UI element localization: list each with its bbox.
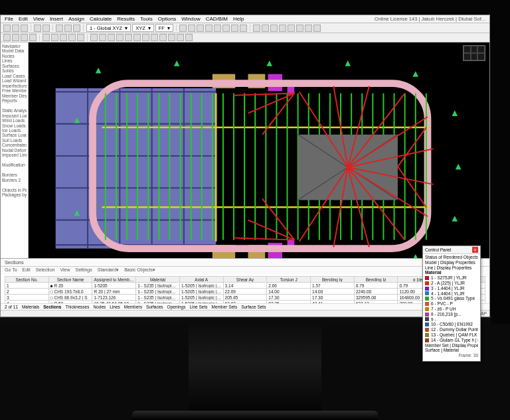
- material-item[interactable]: 4 - 1.4404 | YLJR: [425, 291, 478, 297]
- table-header[interactable]: Material: [136, 277, 180, 283]
- toolbar-btn[interactable]: [270, 25, 278, 32]
- toolbar-btn[interactable]: [3, 34, 11, 41]
- menu-assign[interactable]: Assign: [68, 16, 84, 22]
- menu-cadbim[interactable]: CAD/BIM: [206, 16, 228, 22]
- material-item[interactable]: 2 - A (225) | YLJR: [425, 281, 478, 286]
- tree-item[interactable]: Imposed Line Deformations: [2, 153, 27, 157]
- toolbar-btn[interactable]: [214, 25, 221, 32]
- toolbar-btn[interactable]: [231, 25, 238, 32]
- tree-item[interactable]: Navigator: [2, 44, 27, 48]
- undo-icon[interactable]: [34, 25, 41, 32]
- table-header[interactable]: Shear Ay: [223, 277, 267, 283]
- tree-item[interactable]: Ice Loads: [2, 128, 27, 133]
- toolbar-btn[interactable]: [51, 34, 58, 41]
- tables-combo-standard[interactable]: Standard▾: [98, 267, 119, 274]
- tables-edit[interactable]: Edit: [23, 267, 31, 274]
- toolbar-btn[interactable]: [313, 25, 321, 32]
- ff-combo[interactable]: FF▾: [155, 24, 173, 32]
- menu-results[interactable]: Results: [117, 16, 135, 22]
- toolbar-btn[interactable]: [42, 34, 50, 41]
- toolbar-btn[interactable]: [222, 25, 230, 32]
- menu-calculate[interactable]: Calculate: [90, 16, 112, 22]
- tables-settings[interactable]: Settings: [75, 267, 92, 274]
- table-header[interactable]: Section Name: [48, 277, 92, 283]
- tab-nodes[interactable]: Nodes: [93, 305, 106, 309]
- tree-item[interactable]: Concentrated Loads: [2, 143, 27, 147]
- tab-members[interactable]: Members: [124, 305, 142, 309]
- tree-item[interactable]: Model Data: [2, 48, 27, 53]
- tab-materials[interactable]: Materials: [22, 305, 39, 309]
- tab-thicknesses[interactable]: Thicknesses: [65, 305, 89, 309]
- table-header[interactable]: Section No.: [5, 277, 49, 283]
- tables-combo-basic[interactable]: Basic Objects▾: [124, 267, 155, 274]
- tree-item[interactable]: [2, 168, 27, 173]
- material-item[interactable]: 10 - C50/60 | EN1992: [425, 322, 478, 327]
- toolbar-btn[interactable]: [179, 25, 187, 32]
- menu-window[interactable]: Window: [181, 16, 200, 22]
- toolbar-btn[interactable]: [177, 34, 184, 41]
- cut-icon[interactable]: [56, 25, 63, 32]
- material-item[interactable]: 3 - 1.4404 | YLJR: [425, 286, 478, 291]
- material-item[interactable]: 14 - Glulam GL Type h | EN 1: [425, 338, 478, 343]
- save-icon[interactable]: [21, 25, 28, 32]
- tree-item[interactable]: Surfaces: [2, 64, 27, 68]
- toolbar-btn[interactable]: [240, 25, 247, 32]
- axis-combo[interactable]: XYZ▾: [132, 24, 154, 32]
- menu-file[interactable]: File: [5, 16, 13, 22]
- tree-item[interactable]: Objects in Packag...: [2, 188, 27, 192]
- menu-view[interactable]: View: [33, 16, 44, 22]
- close-icon[interactable]: ×: [472, 247, 478, 253]
- tree-item[interactable]: Lines: [2, 58, 27, 63]
- toolbar-btn[interactable]: [159, 34, 167, 41]
- new-icon[interactable]: [3, 25, 11, 32]
- tab-surfacesets[interactable]: Surface Sets: [241, 305, 266, 309]
- tree-item[interactable]: Nodal Deformations: [2, 148, 27, 153]
- material-item[interactable]: 6 - PVC - P: [425, 301, 478, 307]
- tree-item[interactable]: Imposed Loads: [2, 113, 27, 118]
- toolbar-btn[interactable]: [125, 34, 132, 41]
- toolbar-btn[interactable]: [305, 25, 312, 32]
- tree-item[interactable]: Packages by Mem...: [2, 192, 27, 197]
- redo-icon[interactable]: [42, 25, 50, 32]
- tree-item[interactable]: Solids: [2, 68, 27, 73]
- menu-edit[interactable]: Edit: [19, 16, 28, 22]
- toolbar-btn[interactable]: [90, 34, 98, 41]
- toolbar-btn[interactable]: [151, 34, 158, 41]
- tree-item[interactable]: Borders: [2, 173, 27, 177]
- tab-membersets[interactable]: Member Sets: [212, 305, 238, 309]
- material-item[interactable]: 13 - Quebec | QAM FLK EAFT&N2: [425, 332, 478, 338]
- tree-item[interactable]: Soil Loads: [2, 138, 27, 143]
- tab-sections[interactable]: Sections: [43, 305, 61, 309]
- table-header[interactable]: Bending Iz: [354, 277, 398, 283]
- paste-icon[interactable]: [73, 25, 80, 32]
- tab-surfaces[interactable]: Surfaces: [146, 305, 163, 309]
- material-item[interactable]: 12 - Dummy Dollar Point: [425, 327, 478, 332]
- toolbar-btn[interactable]: [99, 34, 106, 41]
- tree-item[interactable]: Imperfections or Loads: [2, 84, 27, 88]
- table-row[interactable]: 3□ CHS 88.9x3.2 | S1-7123.1261 - S235 | …: [5, 295, 485, 301]
- toolbar-btn[interactable]: [60, 34, 67, 41]
- coordsys-combo[interactable]: 1 - Global XYZ▾: [86, 24, 131, 32]
- tree-item[interactable]: Free Members: [2, 88, 27, 93]
- toolbar-btn[interactable]: [108, 34, 115, 41]
- material-item[interactable]: 5 - Vs 0491 glass Type: [425, 296, 478, 301]
- toolbar-btn[interactable]: [29, 34, 37, 41]
- tree-item[interactable]: Wind Loads: [2, 118, 27, 123]
- tree-item[interactable]: Snow Loads: [2, 123, 27, 128]
- toolbar-btn[interactable]: [142, 34, 149, 41]
- tables-view[interactable]: View: [60, 267, 70, 274]
- menu-insert[interactable]: Insert: [50, 16, 63, 22]
- toolbar-btn[interactable]: [205, 25, 212, 32]
- table-header[interactable]: Assigned to Members No.: [92, 277, 136, 283]
- toolbar-btn[interactable]: [253, 25, 260, 32]
- tree-item[interactable]: Load Cases: [2, 74, 27, 78]
- tab-lines[interactable]: Lines: [110, 305, 120, 309]
- toolbar-btn[interactable]: [12, 34, 19, 41]
- tab-linesets[interactable]: Line Sets: [189, 305, 207, 309]
- toolbar-btn[interactable]: [197, 25, 204, 32]
- toolbar-btn[interactable]: [185, 34, 193, 41]
- toolbar-btn[interactable]: [21, 34, 28, 41]
- material-item[interactable]: 7 - ż6 - P UH: [425, 307, 478, 312]
- table-header[interactable]: Torsion J: [267, 277, 311, 283]
- control-panel[interactable]: Control Panel × Status of Rendered Objec…: [422, 245, 481, 362]
